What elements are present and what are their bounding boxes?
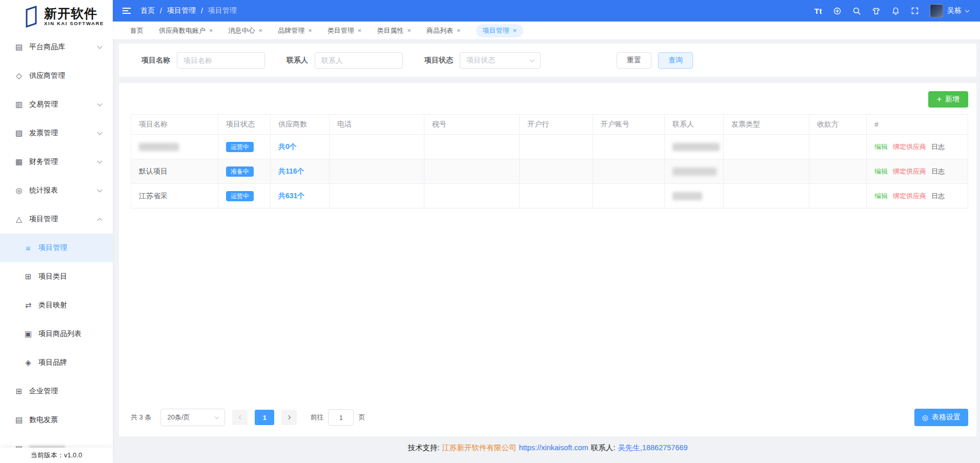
tab-home[interactable]: 首页 xyxy=(130,24,144,37)
company-link[interactable]: 江苏新开软件有限公司 xyxy=(442,443,516,453)
version-label: 当前版本：v1.0.0 xyxy=(0,448,113,463)
sidebar-item-project-mgmt[interactable]: △ 项目管理 xyxy=(0,205,113,234)
tab-category-mgmt[interactable]: 类目管理 × xyxy=(328,24,362,37)
payee-cell xyxy=(809,184,867,208)
logo-subtitle: XIN KAI SOFTWARE xyxy=(44,20,104,26)
theme-icon[interactable] xyxy=(872,7,881,15)
next-page-button[interactable] xyxy=(281,410,297,425)
chevron-right-icon xyxy=(287,415,291,419)
search-button[interactable]: 查询 xyxy=(658,52,693,69)
tab-brand-mgmt[interactable]: 品牌管理 × xyxy=(278,24,312,37)
contact-phone-link[interactable]: 吴先生,18862757669 xyxy=(618,443,687,453)
sidebar-subitem-project-brand[interactable]: ◈ 项目品牌 xyxy=(0,348,113,377)
tab-supplier-digital-account[interactable]: 供应商数电账户 × xyxy=(159,24,213,37)
tab-message-center[interactable]: 消息中心 × xyxy=(229,24,263,37)
plus-icon: + xyxy=(937,95,942,103)
status-cell: 运营中 xyxy=(218,184,271,208)
sidebar-item-stats-report[interactable]: ◎ 统计报表 xyxy=(0,176,113,205)
logo[interactable]: 新开软件 XIN KAI SOFTWARE xyxy=(0,0,113,33)
chevron-left-icon xyxy=(239,415,243,419)
sidebar-item-supplier-mgmt[interactable]: ◇ 供应商管理 xyxy=(0,61,113,90)
filter-panel: 项目名称 联系人 项目状态 项目状态 重置 查询 xyxy=(119,44,976,77)
user-menu[interactable]: 吴栋 xyxy=(930,4,969,17)
main-area: 首页 / 项目管理 / 项目管理 Tt xyxy=(113,0,980,463)
reset-button[interactable]: 重置 xyxy=(617,52,651,69)
phone-cell xyxy=(330,135,424,159)
grid-icon: ⊞ xyxy=(24,272,33,281)
sidebar-item-enterprise-mgmt[interactable]: ⊞ 企业管理 xyxy=(0,377,113,406)
chevron-down-icon xyxy=(97,130,103,135)
font-size-icon[interactable]: Tt xyxy=(814,7,822,15)
project-name-input[interactable] xyxy=(177,52,265,69)
supplier-count-link[interactable]: 共116个 xyxy=(278,167,304,176)
bank-cell xyxy=(520,184,593,208)
collapse-sidebar-icon[interactable] xyxy=(122,7,131,15)
close-icon[interactable]: × xyxy=(457,27,461,34)
projects-table: 项目名称 项目状态 供应商数 电话 税号 开户行 开户账号 联系人 发票类型 收… xyxy=(131,114,968,208)
sidebar-subitem-project-product-list[interactable]: ▣ 项目商品列表 xyxy=(0,320,113,348)
sidebar-subitem-project-mgmt[interactable]: ≡ 项目管理 xyxy=(0,234,113,262)
tab-product-list[interactable]: 商品列表 × xyxy=(426,24,461,37)
fullscreen-icon[interactable] xyxy=(911,7,919,15)
supplier-count-cell: 共631个 xyxy=(271,184,330,208)
pagination: 共 3 条 20条/页 1 前往 页 ◎ 表格设置 xyxy=(131,409,968,426)
logo-icon xyxy=(23,5,40,28)
edit-link[interactable]: 编辑 xyxy=(874,142,888,152)
project-icon: △ xyxy=(14,215,24,224)
close-icon[interactable]: × xyxy=(513,27,517,34)
close-icon[interactable]: × xyxy=(209,27,213,34)
chevron-down-icon xyxy=(97,44,103,49)
website-link[interactable]: https://xinkaisoft.com xyxy=(519,444,588,452)
notifications-icon[interactable] xyxy=(891,7,900,15)
breadcrumb-project-mgmt[interactable]: 项目管理 xyxy=(167,6,196,15)
sidebar-item-finance-mgmt[interactable]: ▦ 财务管理 xyxy=(0,148,113,176)
breadcrumb-home[interactable]: 首页 xyxy=(140,6,155,15)
close-icon[interactable]: × xyxy=(308,27,312,34)
tab-category-attr[interactable]: 类目属性 × xyxy=(377,24,411,37)
guide-icon[interactable] xyxy=(833,7,842,15)
col-contact: 联系人 xyxy=(665,114,724,135)
page-number-button[interactable]: 1 xyxy=(255,410,274,425)
close-icon[interactable]: × xyxy=(407,27,411,34)
sidebar-subitem-project-category[interactable]: ⊞ 项目类目 xyxy=(0,262,113,291)
grid-icon: ⊞ xyxy=(14,387,24,396)
breadcrumb-separator: / xyxy=(160,7,162,15)
sidebar-item-digital-invoice[interactable]: ▤ 数电发票 xyxy=(0,406,113,434)
edit-link[interactable]: 编辑 xyxy=(874,192,888,201)
actions-cell: 编辑 绑定供应商 日志 xyxy=(867,184,968,208)
edit-link[interactable]: 编辑 xyxy=(874,167,888,176)
goto-page-input[interactable] xyxy=(328,409,354,426)
table-row: 运营中 共0个 编辑 绑定供应商 日志 xyxy=(131,135,968,159)
project-name-cell: 江苏省采 xyxy=(131,184,218,208)
bind-supplier-link[interactable]: 绑定供应商 xyxy=(893,167,926,176)
supplier-count-link[interactable]: 共0个 xyxy=(278,142,297,152)
page-size-select[interactable]: 20条/页 xyxy=(160,409,225,426)
log-link[interactable]: 日志 xyxy=(931,192,945,201)
tab-project-mgmt[interactable]: 项目管理 × xyxy=(476,24,524,37)
table-row: 默认项目 准备中 共116个 编辑 绑定供应商 日志 xyxy=(131,159,968,184)
table-settings-button[interactable]: ◎ 表格设置 xyxy=(914,409,968,426)
project-name-cell: 默认项目 xyxy=(131,159,218,184)
breadcrumb-separator: / xyxy=(201,7,203,15)
sidebar-subitem-category-mapping[interactable]: ⇄ 类目映射 xyxy=(0,291,113,320)
log-link[interactable]: 日志 xyxy=(931,167,945,176)
invoice-icon: ▧ xyxy=(14,129,24,138)
sidebar-item-trade-mgmt[interactable]: ▥ 交易管理 xyxy=(0,90,113,119)
chevron-down-icon xyxy=(965,8,969,12)
close-icon[interactable]: × xyxy=(358,27,362,34)
redacted-text xyxy=(672,143,720,151)
search-icon[interactable] xyxy=(852,7,861,15)
log-link[interactable]: 日志 xyxy=(931,142,945,152)
sidebar-item-platform-products[interactable]: ▤ 平台商品库 xyxy=(0,33,113,61)
bind-supplier-link[interactable]: 绑定供应商 xyxy=(893,142,926,152)
supplier-count-link[interactable]: 共631个 xyxy=(278,192,304,201)
bind-supplier-link[interactable]: 绑定供应商 xyxy=(893,192,926,201)
sidebar-item-invoice-mgmt[interactable]: ▧ 发票管理 xyxy=(0,119,113,148)
prev-page-button[interactable] xyxy=(232,410,248,425)
status-cell: 准备中 xyxy=(218,159,271,184)
add-button[interactable]: + 新增 xyxy=(928,91,968,108)
contact-input[interactable] xyxy=(315,52,403,69)
close-icon[interactable]: × xyxy=(259,27,263,34)
logo-title: 新开软件 xyxy=(44,7,104,20)
project-status-select[interactable]: 项目状态 xyxy=(460,52,541,69)
